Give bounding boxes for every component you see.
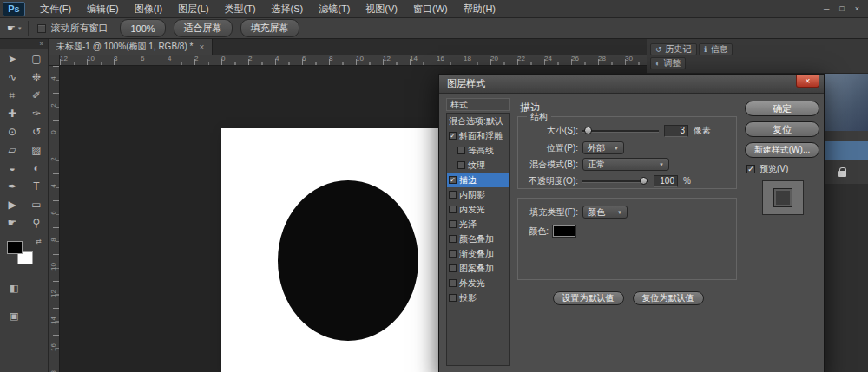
menu-item[interactable]: 编辑(E) — [79, 0, 127, 17]
style-item-inner-glow[interactable]: 内发光 — [447, 202, 509, 217]
shape-tool[interactable]: ▭ — [24, 195, 49, 213]
menu-item[interactable]: 文件(F) — [32, 0, 79, 17]
style-checkbox[interactable] — [449, 191, 457, 199]
style-checkbox[interactable] — [449, 279, 457, 287]
new-style-button[interactable]: 新建样式(W)... — [745, 142, 819, 158]
eyedropper-tool[interactable]: ✐ — [24, 86, 49, 104]
crop-tool[interactable]: ⌗ — [0, 86, 24, 104]
window-control-icon[interactable]: × — [855, 4, 859, 13]
path-selection-tool[interactable]: ▶ — [0, 195, 24, 213]
panel-tab-adjustments[interactable]: ◐ 调整 — [650, 57, 686, 69]
dialog-close-button[interactable]: × — [796, 75, 819, 88]
style-checkbox[interactable] — [449, 294, 457, 302]
style-checkbox[interactable] — [449, 206, 457, 213]
slider-knob[interactable] — [640, 177, 648, 185]
screen-mode-button[interactable]: ▣ — [0, 307, 49, 324]
style-item-blending-options[interactable]: 混合选项:默认 — [447, 114, 509, 128]
dodge-tool[interactable]: ◐ — [24, 159, 49, 177]
ellipse-shape-layer[interactable] — [278, 180, 418, 341]
ruler-label: 2 — [248, 55, 252, 62]
eraser-tool[interactable]: ▱ — [0, 140, 24, 159]
menu-item[interactable]: 类型(T) — [217, 0, 264, 17]
style-checkbox[interactable]: ✓ — [449, 132, 457, 140]
style-item-texture[interactable]: 纹理 — [447, 158, 509, 173]
lasso-tool[interactable]: ∿ — [0, 68, 24, 86]
btn-fit-screen[interactable]: 适合屏幕 — [174, 19, 233, 37]
menu-item[interactable]: 图层(L) — [170, 0, 216, 17]
size-slider[interactable] — [582, 126, 659, 135]
window-control-icon[interactable]: □ — [839, 4, 844, 13]
opacity-value-input[interactable] — [654, 175, 678, 187]
set-as-default-button[interactable]: 设置为默认值 — [553, 291, 624, 305]
window-control-icon[interactable]: ─ — [824, 4, 829, 13]
quick-mask-button[interactable]: ◧ — [0, 279, 49, 297]
style-checkbox[interactable]: ✓ — [449, 176, 457, 184]
stroke-color-swatch[interactable] — [553, 225, 575, 237]
style-item-inner-shadow[interactable]: 内阴影 — [447, 187, 509, 202]
style-item-satin[interactable]: 光泽 — [447, 217, 509, 232]
zoom-tool[interactable]: ⚲ — [24, 213, 49, 232]
menu-item[interactable]: 视图(V) — [358, 0, 405, 17]
style-item-gradient-overlay[interactable]: 渐变叠加 — [447, 246, 509, 261]
menu-item[interactable]: 滤镜(T) — [311, 0, 358, 17]
marquee-tool[interactable]: ▢ — [24, 49, 49, 68]
style-item-drop-shadow[interactable]: 投影 — [447, 290, 509, 305]
ok-button[interactable]: 确定 — [745, 101, 819, 116]
style-checkbox[interactable] — [457, 161, 465, 169]
tool-icon: ▶ — [8, 199, 16, 211]
close-tab-icon[interactable]: × — [199, 42, 204, 52]
blend-mode-dropdown[interactable]: 正常 ▼ — [582, 158, 669, 171]
style-checkbox[interactable] — [449, 264, 457, 272]
btn-100-percent[interactable]: 100% — [120, 19, 165, 37]
dialog-title-bar[interactable]: 图层样式 — [439, 75, 824, 94]
preview-checkbox[interactable]: ✓ — [746, 165, 755, 173]
vertical-ruler[interactable]: 42024681012141618 — [49, 66, 60, 372]
clone-stamp-tool[interactable]: ⊙ — [0, 122, 24, 140]
style-label: 图案叠加 — [459, 263, 494, 275]
position-dropdown[interactable]: 外部 ▼ — [582, 141, 624, 154]
size-value-input[interactable] — [664, 125, 688, 137]
selected-layer-row[interactable] — [825, 141, 868, 160]
menu-item[interactable]: 选择(S) — [264, 0, 312, 17]
quick-selection-tool[interactable]: ❉ — [24, 68, 49, 86]
panel-tab-info[interactable]: ℹ 信息 — [699, 43, 733, 55]
blur-tool[interactable]: ◒ — [0, 159, 24, 177]
horizontal-ruler[interactable]: 12108642024681012141618202224262830 — [60, 55, 647, 66]
style-checkbox[interactable] — [449, 220, 457, 228]
type-tool[interactable]: T — [24, 177, 49, 195]
style-checkbox[interactable] — [449, 235, 457, 243]
tool-preset-picker[interactable]: ☛ ▾ — [5, 21, 29, 36]
hand-tool[interactable]: ☛ — [0, 213, 24, 232]
move-tool[interactable]: ➤ — [0, 49, 24, 68]
brush-tool[interactable]: ✑ — [24, 104, 49, 122]
foreground-color-swatch[interactable] — [7, 241, 23, 254]
history-brush-tool[interactable]: ↺ — [24, 122, 49, 140]
style-item-pattern-overlay[interactable]: 图案叠加 — [447, 261, 509, 276]
opacity-slider[interactable] — [582, 176, 648, 186]
panel-tab-history[interactable]: ↺ 历史记 — [650, 43, 697, 55]
menu-item[interactable]: 图像(I) — [127, 0, 170, 17]
scroll-all-windows-checkbox[interactable] — [37, 24, 46, 33]
reset-button[interactable]: 复位 — [745, 121, 819, 137]
layers-panel-lock-row[interactable] — [825, 160, 868, 184]
style-item-bevel-emboss[interactable]: ✓ 斜面和浮雕 — [447, 128, 509, 143]
style-item-color-overlay[interactable]: 颜色叠加 — [447, 232, 509, 246]
style-item-stroke[interactable]: ✓ 描边 — [447, 173, 509, 187]
reset-to-default-button[interactable]: 复位为默认值 — [633, 291, 704, 305]
healing-brush-tool[interactable]: ✚ — [0, 104, 24, 122]
menu-item[interactable]: 窗口(W) — [405, 0, 456, 17]
swap-colors-icon[interactable]: ⇄ — [36, 238, 42, 245]
style-item-outer-glow[interactable]: 外发光 — [447, 276, 509, 290]
style-checkbox[interactable] — [457, 147, 465, 154]
fill-type-dropdown[interactable]: 颜色 ▼ — [582, 206, 628, 219]
slider-knob[interactable] — [584, 127, 592, 134]
gradient-tool[interactable]: ▨ — [24, 140, 49, 159]
layers-panel-row[interactable] — [825, 131, 868, 141]
menu-item[interactable]: 帮助(H) — [456, 0, 503, 17]
btn-fill-screen[interactable]: 填充屏幕 — [240, 19, 299, 37]
collapse-chevron-icon[interactable]: » — [0, 39, 48, 49]
document-tab[interactable]: 未标题-1 @ 100%(椭圆 1, RGB/8) * × — [49, 39, 213, 55]
style-checkbox[interactable] — [449, 250, 457, 258]
pen-tool[interactable]: ✒ — [0, 177, 24, 195]
style-item-contour[interactable]: 等高线 — [447, 143, 509, 158]
